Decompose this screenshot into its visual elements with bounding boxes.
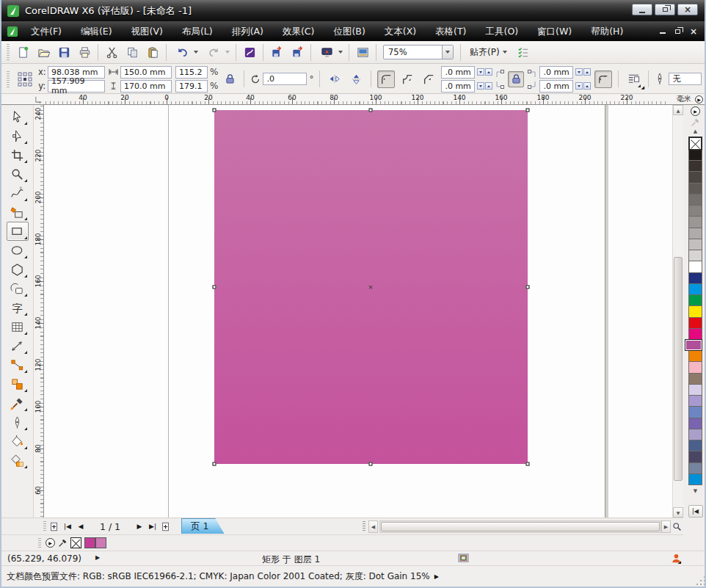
palette-swatch-4[interactable]	[688, 194, 702, 206]
selection-handle-middle-right[interactable]	[526, 286, 530, 289]
edit-corners-together-lock-button[interactable]	[508, 71, 524, 87]
interactive-fill-tool[interactable]	[7, 451, 29, 470]
toolbar-grip[interactable]	[7, 44, 10, 60]
export-button[interactable]	[288, 43, 307, 62]
smart-fill-tool[interactable]	[7, 203, 29, 222]
first-page-button[interactable]: |◀	[61, 520, 74, 534]
scalloped-corner-button[interactable]	[399, 70, 416, 88]
color-profile-flyout-icon[interactable]: ▶	[434, 573, 439, 580]
palette-swatch-22[interactable]	[688, 395, 702, 407]
menu-item-11[interactable]: 帮助(H)	[581, 21, 633, 41]
search-content-button[interactable]	[240, 43, 259, 62]
selection-handle-bottom-left[interactable]	[213, 462, 216, 466]
window-resize-grip[interactable]	[696, 576, 706, 585]
palette-swatch-17[interactable]	[685, 339, 702, 351]
palette-swatch-8[interactable]	[688, 239, 702, 250]
launcher-dropdown-caret[interactable]	[338, 51, 343, 54]
menu-item-4[interactable]: 排列(A)	[222, 21, 273, 41]
table-tool[interactable]	[7, 317, 29, 336]
user-account-icon[interactable]	[671, 553, 682, 565]
import-button[interactable]	[267, 43, 286, 62]
palette-swatch-20[interactable]	[688, 373, 702, 385]
no-color-swatch[interactable]	[688, 137, 702, 150]
scroll-left-button[interactable]: ◀	[368, 520, 378, 533]
corner-radius-spinner-1[interactable]	[477, 68, 492, 76]
snap-to-button[interactable]: 贴齐(P)	[465, 43, 512, 61]
palette-swatch-14[interactable]	[688, 305, 702, 317]
palette-swatch-3[interactable]	[688, 183, 702, 195]
ruler-flyout-button[interactable]: ▶	[694, 94, 705, 104]
palette-swatch-27[interactable]	[688, 451, 702, 462]
menu-item-2[interactable]: 视图(V)	[122, 21, 172, 41]
document-swatch-1[interactable]	[95, 537, 106, 548]
palette-swatch-24[interactable]	[688, 418, 702, 429]
undo-button[interactable]	[172, 43, 192, 62]
previous-page-button[interactable]: ◀	[74, 520, 87, 534]
rotation-angle-field[interactable]: .0	[263, 73, 307, 85]
polygon-tool[interactable]	[7, 260, 29, 279]
palette-swatch-7[interactable]	[688, 228, 702, 239]
lock-ratio-button[interactable]	[222, 71, 238, 87]
zoom-fit-icon[interactable]	[672, 520, 683, 533]
palette-swatch-28[interactable]	[688, 462, 702, 474]
document-swatch-0[interactable]	[84, 537, 95, 548]
palette-swatch-16[interactable]	[688, 328, 702, 340]
object-width-field[interactable]: 150.0 mm	[120, 66, 172, 79]
palette-swatch-19[interactable]	[688, 361, 702, 373]
crop-tool[interactable]	[7, 145, 29, 164]
corner-select-left-icons[interactable]	[496, 70, 504, 89]
round-corner-button[interactable]	[377, 70, 395, 88]
vertical-scrollbar[interactable]: ▲ ▼	[672, 105, 683, 518]
new-document-button[interactable]	[13, 43, 32, 62]
palette-scroll-down-button[interactable]: ▼	[694, 487, 697, 495]
selection-handle-top-center[interactable]	[369, 109, 373, 112]
horizontal-ruler[interactable]: 4020020406080100120140160180200220	[44, 94, 667, 104]
next-page-button[interactable]: ▶	[133, 520, 146, 534]
chamfered-corner-button[interactable]	[420, 70, 437, 88]
selection-handle-top-left[interactable]	[213, 109, 216, 112]
outline-pen-tool[interactable]	[7, 413, 29, 432]
drawing-canvas[interactable]: ×	[44, 105, 672, 518]
corner-radius-field-1[interactable]: .0 mm	[441, 66, 475, 79]
restore-button[interactable]	[655, 4, 675, 15]
scale-vertical-field[interactable]: 179.1	[175, 80, 208, 92]
text-tool[interactable]: 字	[7, 298, 29, 317]
palette-swatch-21[interactable]	[688, 384, 702, 396]
outline-width-field[interactable]: 无	[669, 73, 702, 85]
zoom-level-combobox[interactable]: 75%	[383, 45, 454, 59]
selection-handle-middle-left[interactable]	[213, 286, 216, 289]
undo-dropdown-caret[interactable]	[194, 51, 198, 54]
rectangle-tool[interactable]	[7, 222, 29, 241]
palette-swatch-13[interactable]	[688, 294, 702, 306]
options-button[interactable]	[514, 43, 533, 62]
zoom-level-dropdown[interactable]	[442, 46, 453, 59]
vertical-ruler[interactable]: 2402202001801601401201008060	[34, 105, 44, 518]
ruler-origin[interactable]	[1, 94, 44, 104]
horizontal-scrollbar[interactable]	[379, 520, 661, 533]
paste-button[interactable]	[143, 43, 162, 62]
cut-button[interactable]	[102, 43, 121, 62]
document-palette-grip[interactable]	[38, 538, 41, 548]
horizontal-scrollbar-thumb[interactable]	[381, 522, 660, 531]
minimize-button[interactable]	[632, 4, 652, 15]
palette-scroll-up-button[interactable]: ▲	[694, 128, 697, 135]
palette-swatch-11[interactable]	[688, 272, 702, 284]
ellipse-tool[interactable]	[7, 241, 29, 260]
add-page-button-2[interactable]	[159, 520, 172, 534]
pick-tool[interactable]	[7, 107, 29, 126]
palette-swatch-10[interactable]	[688, 261, 702, 272]
selection-handle-bottom-right[interactable]	[526, 462, 530, 466]
mdi-restore-button[interactable]	[675, 29, 680, 34]
mdi-minimize-button[interactable]	[660, 32, 666, 34]
vertical-scrollbar-thumb[interactable]	[674, 257, 683, 481]
menu-item-5[interactable]: 效果(C)	[273, 21, 324, 41]
palette-swatch-29[interactable]	[688, 473, 702, 485]
redo-dropdown-caret[interactable]	[225, 51, 230, 54]
scroll-up-button[interactable]: ▲	[673, 105, 683, 115]
property-bar-grip[interactable]	[7, 71, 10, 87]
selection-handle-bottom-center[interactable]	[369, 462, 373, 466]
document-palette-flyout-button[interactable]: ▶	[46, 538, 55, 548]
palette-swatch-0[interactable]	[688, 149, 702, 161]
copy-button[interactable]	[123, 43, 142, 62]
menu-item-10[interactable]: 窗口(W)	[528, 21, 581, 41]
